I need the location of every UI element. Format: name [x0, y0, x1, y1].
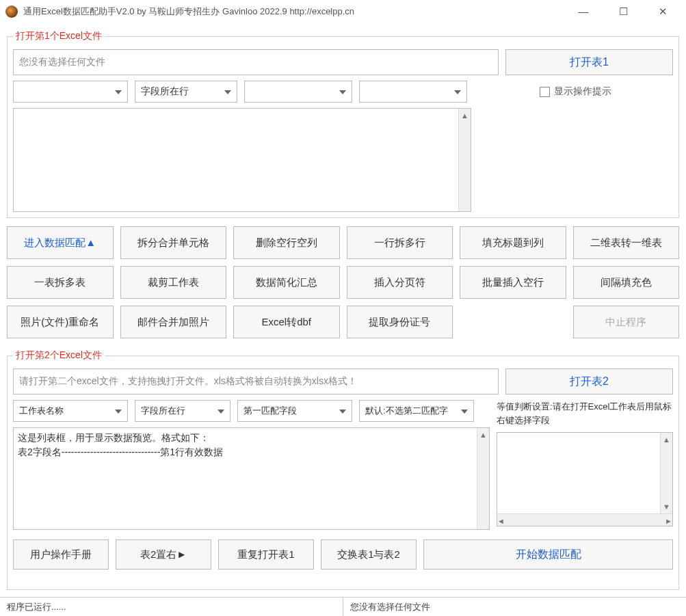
maximize-button[interactable]: ☐ — [609, 5, 637, 18]
extra-combo-1[interactable] — [244, 81, 352, 103]
field-row1-label: 字段所在行 — [141, 85, 189, 98]
status-right: 您没有选择任何文件 — [343, 598, 687, 616]
file1-placeholder: 您没有选择任何文件 — [19, 56, 105, 68]
split-sheet-button[interactable]: 一表拆多表 — [7, 266, 114, 299]
abort-button: 中止程序 — [573, 306, 680, 338]
preview1-textarea[interactable]: ▲ — [13, 108, 471, 212]
mailmerge-photo-button[interactable]: 邮件合并加照片 — [120, 306, 227, 338]
insert-blank-button[interactable]: 批量插入空行 — [460, 266, 566, 299]
crop-sheet-button[interactable]: 裁剪工作表 — [120, 266, 227, 299]
reopen-table1-button[interactable]: 重复打开表1 — [218, 539, 314, 570]
show-tips-checkbox[interactable]: 显示操作提示 — [540, 85, 611, 98]
delete-blank-button[interactable]: 删除空行空列 — [233, 226, 340, 259]
match-field2-combo[interactable]: 默认:不选第二匹配字 — [359, 400, 474, 422]
show-tips-label: 显示操作提示 — [554, 85, 611, 98]
equal-judge-note: 等值判断设置:请在打开Excel工作表后用鼠标右键选择字段 — [497, 400, 673, 427]
rename-photo-button[interactable]: 照片(文件)重命名 — [7, 306, 114, 338]
pivot-button[interactable]: 二维表转一维表 — [573, 226, 680, 259]
table2-right-button[interactable]: 表2置右► — [116, 539, 211, 570]
scroll-left-icon[interactable]: ◄ — [497, 514, 505, 526]
manual-button[interactable]: 用户操作手册 — [13, 539, 109, 570]
preview2-line1: 这是列表框，用于显示数据预览。格式如下： — [18, 431, 485, 445]
checkbox-icon — [540, 87, 550, 97]
equal-judge-list[interactable]: ▲ ▼ ◄ ► — [497, 432, 673, 526]
field-row2-combo[interactable]: 字段所在行 — [135, 400, 230, 422]
toolbar-spacer — [460, 306, 566, 338]
swap-tables-button[interactable]: 交换表1与表2 — [321, 539, 417, 570]
open-table2-button[interactable]: 打开表2 — [505, 369, 673, 394]
status-left: 程序已运行...... — [0, 598, 343, 616]
titlebar: 通用Excel数据匹配助手V2.0 by 马鞍山师专招生办 Gavinloo 2… — [0, 0, 686, 23]
scroll-down-icon[interactable]: ▼ — [661, 500, 672, 513]
preview2-line2: 表2字段名-------------------------------第1行有… — [18, 445, 485, 459]
excel-to-dbf-button[interactable]: Excel转dbf — [233, 306, 340, 338]
group-open-file-1: 打开第1个Excel文件 您没有选择任何文件 打开表1 字段所在行 显示操作提示 — [7, 30, 679, 218]
scroll-up-icon[interactable]: ▲ — [477, 428, 489, 442]
tool-button-grid: 进入数据匹配▲ 拆分合并单元格 删除空行空列 一行拆多行 填充标题到列 二维表转… — [7, 226, 679, 338]
close-button[interactable]: ✕ — [649, 5, 676, 18]
split-merge-button[interactable]: 拆分合并单元格 — [120, 226, 227, 259]
simplify-button[interactable]: 数据简化汇总 — [233, 266, 340, 299]
group-open-file-2: 打开第2个Excel文件 请打开第二个excel文件，支持拖拽打开文件。xls格… — [7, 349, 679, 590]
open-table1-button[interactable]: 打开表1 — [505, 49, 673, 75]
page-break-button[interactable]: 插入分页符 — [347, 266, 453, 299]
file2-placeholder: 请打开第二个excel文件，支持拖拽打开文件。xls格式将被自动转换为xlsx格… — [19, 375, 357, 388]
scrollbar-vertical-2[interactable]: ▲ — [477, 428, 489, 529]
scroll-right-icon[interactable]: ► — [665, 514, 672, 526]
window-title: 通用Excel数据匹配助手V2.0 by 马鞍山师专招生办 Gavinloo 2… — [23, 5, 570, 18]
interval-fill-button[interactable]: 间隔填充色 — [573, 266, 680, 299]
statusbar: 程序已运行...... 您没有选择任何文件 — [0, 597, 686, 616]
scrollbar-vertical-3[interactable]: ▲ ▼ — [660, 433, 672, 526]
scroll-up-icon[interactable]: ▲ — [459, 109, 471, 122]
row-split-button[interactable]: 一行拆多行 — [347, 226, 453, 259]
start-match-button[interactable]: 开始数据匹配 — [423, 539, 673, 570]
scrollbar-horizontal[interactable]: ◄ ► — [497, 513, 672, 526]
app-icon — [5, 5, 18, 18]
sheet2-combo[interactable]: 工作表名称 — [13, 400, 128, 422]
scrollbar-vertical[interactable]: ▲ — [458, 109, 471, 211]
extra-combo-2[interactable] — [359, 81, 467, 103]
scroll-up-icon[interactable]: ▲ — [661, 433, 672, 446]
file2-path-input[interactable]: 请打开第二个excel文件，支持拖拽打开文件。xls格式将被自动转换为xlsx格… — [13, 369, 499, 394]
extract-id-button[interactable]: 提取身份证号 — [347, 306, 453, 338]
group2-legend: 打开第2个Excel文件 — [13, 349, 105, 362]
preview2-textarea[interactable]: 这是列表框，用于显示数据预览。格式如下： 表2字段名--------------… — [13, 427, 490, 530]
sheet1-combo[interactable] — [13, 81, 128, 103]
group1-legend: 打开第1个Excel文件 — [13, 30, 105, 42]
match-field1-combo[interactable]: 第一匹配字段 — [237, 400, 352, 422]
minimize-button[interactable]: — — [570, 5, 597, 18]
field-row1-combo[interactable]: 字段所在行 — [135, 81, 237, 103]
file1-path-input[interactable]: 您没有选择任何文件 — [13, 49, 499, 75]
fill-title-button[interactable]: 填充标题到列 — [460, 226, 566, 259]
enter-match-button[interactable]: 进入数据匹配▲ — [7, 226, 114, 259]
